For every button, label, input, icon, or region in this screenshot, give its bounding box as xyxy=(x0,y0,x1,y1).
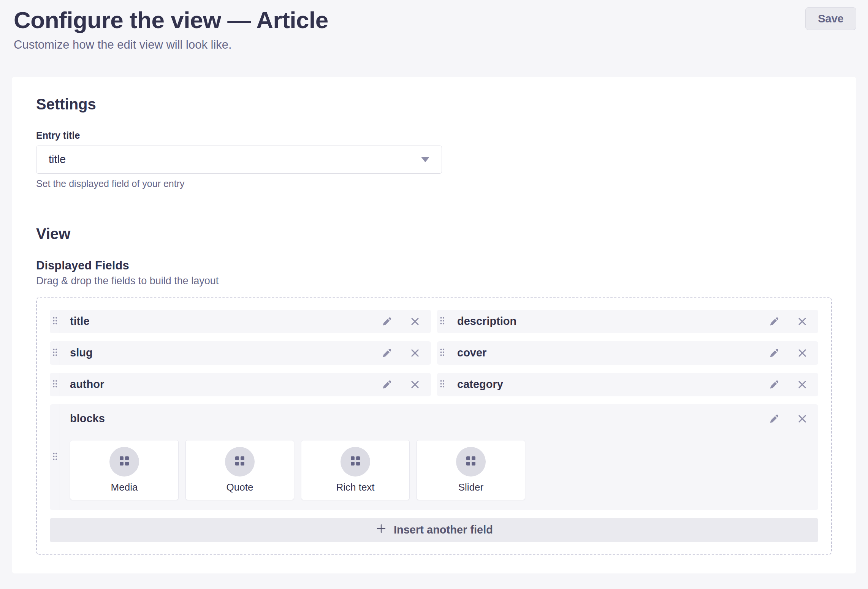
drag-handle[interactable] xyxy=(437,373,447,396)
x-icon xyxy=(409,379,421,390)
pencil-icon xyxy=(381,378,393,391)
x-icon xyxy=(797,316,808,327)
entry-title-field-group: Entry title title Set the displayed fiel… xyxy=(36,130,442,189)
pencil-icon xyxy=(768,315,780,328)
drag-handle[interactable] xyxy=(50,404,60,510)
fields-dropzone: title descriptio xyxy=(36,297,832,555)
component-card-rich-text[interactable]: Rich text xyxy=(301,440,410,500)
remove-field-button[interactable] xyxy=(408,315,422,328)
field-label: slug xyxy=(70,347,93,359)
field-row-category[interactable]: category xyxy=(437,373,818,396)
pencil-icon xyxy=(768,378,780,391)
drag-handle[interactable] xyxy=(50,310,60,333)
component-circle xyxy=(109,447,139,477)
drag-grip-icon xyxy=(439,316,445,327)
fields-grid: title descriptio xyxy=(50,310,818,510)
section-divider xyxy=(36,207,832,207)
drag-grip-icon xyxy=(439,348,445,358)
field-label: blocks xyxy=(70,412,105,425)
edit-field-button[interactable] xyxy=(380,378,394,391)
x-icon xyxy=(797,413,808,424)
component-label: Rich text xyxy=(336,481,374,493)
main-panel: Settings Entry title title Set the displ… xyxy=(12,77,856,573)
component-card-quote[interactable]: Quote xyxy=(185,440,294,500)
component-card-slider[interactable]: Slider xyxy=(417,440,525,500)
entry-title-hint: Set the displayed field of your entry xyxy=(36,178,442,189)
edit-field-button[interactable] xyxy=(767,315,781,328)
insert-field-label: Insert another field xyxy=(394,524,493,536)
component-circle xyxy=(225,447,255,477)
plus-icon xyxy=(375,522,387,537)
x-icon xyxy=(797,347,808,359)
remove-field-button[interactable] xyxy=(795,378,809,391)
four-square-grid-icon xyxy=(464,454,478,469)
x-icon xyxy=(409,347,421,359)
edit-field-button[interactable] xyxy=(380,315,394,328)
component-label: Media xyxy=(111,481,138,493)
field-row-title[interactable]: title xyxy=(50,310,431,333)
displayed-fields-subheading: Drag & drop the fields to build the layo… xyxy=(36,275,832,287)
field-row-author[interactable]: author xyxy=(50,373,431,396)
drag-grip-icon xyxy=(52,452,58,462)
entry-title-select-value: title xyxy=(49,153,66,166)
page-title: Configure the view — Article xyxy=(14,5,328,35)
field-label: cover xyxy=(457,347,486,359)
component-card-media[interactable]: Media xyxy=(70,440,179,500)
remove-field-button[interactable] xyxy=(795,346,809,360)
component-circle xyxy=(456,447,486,477)
four-square-grid-icon xyxy=(117,454,131,469)
four-square-grid-icon xyxy=(348,454,362,469)
displayed-fields-heading: Displayed Fields xyxy=(36,259,832,272)
chevron-down-icon xyxy=(421,157,429,162)
remove-field-button[interactable] xyxy=(795,315,809,328)
component-label: Slider xyxy=(458,481,483,493)
remove-field-button[interactable] xyxy=(408,346,422,360)
field-row-description[interactable]: description xyxy=(437,310,818,333)
field-label: category xyxy=(457,378,503,391)
page-subtitle: Customize how the edit view will look li… xyxy=(14,38,328,52)
drag-handle[interactable] xyxy=(50,341,60,365)
pencil-icon xyxy=(381,315,393,328)
pencil-icon xyxy=(768,347,780,359)
four-square-grid-icon xyxy=(233,454,247,469)
save-button[interactable]: Save xyxy=(805,7,856,30)
page-header-text: Configure the view — Article Customize h… xyxy=(14,5,328,52)
field-row-blocks[interactable]: blocks M xyxy=(50,404,818,510)
field-row-slug[interactable]: slug xyxy=(50,341,431,365)
drag-grip-icon xyxy=(52,348,58,358)
field-label: title xyxy=(70,315,90,328)
x-icon xyxy=(409,316,421,327)
field-label: description xyxy=(457,315,516,328)
component-circle xyxy=(341,447,370,477)
edit-field-button[interactable] xyxy=(380,346,394,360)
insert-field-button[interactable]: Insert another field xyxy=(50,518,818,542)
drag-handle[interactable] xyxy=(50,373,60,396)
drag-handle[interactable] xyxy=(437,341,447,365)
drag-grip-icon xyxy=(439,379,445,390)
field-row-cover[interactable]: cover xyxy=(437,341,818,365)
pencil-icon xyxy=(768,413,780,425)
edit-field-button[interactable] xyxy=(767,378,781,391)
drag-grip-icon xyxy=(52,379,58,390)
view-heading: View xyxy=(36,225,832,243)
field-label: author xyxy=(70,378,104,391)
page-header: Configure the view — Article Customize h… xyxy=(0,0,868,52)
edit-field-button[interactable] xyxy=(767,412,781,426)
settings-heading: Settings xyxy=(36,95,832,113)
remove-field-button[interactable] xyxy=(408,378,422,391)
component-label: Quote xyxy=(227,481,253,493)
x-icon xyxy=(797,379,808,390)
pencil-icon xyxy=(381,347,393,359)
drag-handle[interactable] xyxy=(437,310,447,333)
entry-title-select[interactable]: title xyxy=(36,146,442,174)
entry-title-label: Entry title xyxy=(36,130,442,141)
remove-field-button[interactable] xyxy=(795,412,809,426)
components-row: Media Quote Rich text xyxy=(70,440,809,500)
drag-grip-icon xyxy=(52,316,58,327)
edit-field-button[interactable] xyxy=(767,346,781,360)
